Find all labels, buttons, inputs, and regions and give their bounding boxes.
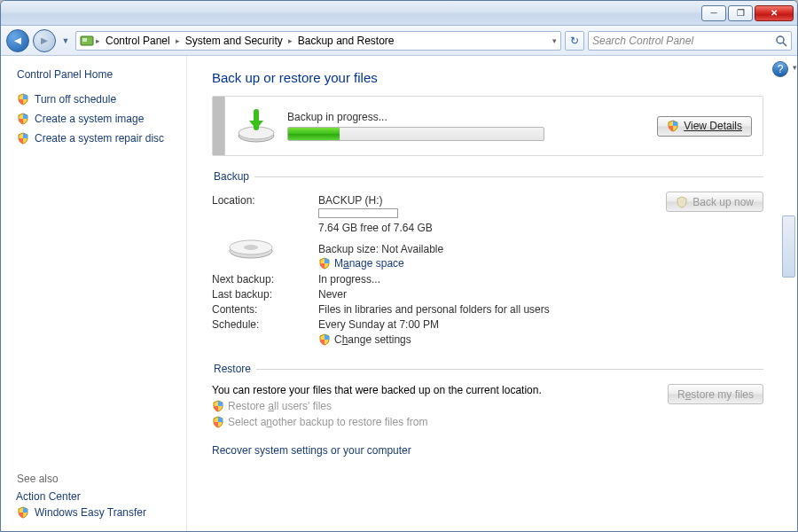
restore-my-files-button: Restore my files	[668, 384, 763, 404]
minimize-button[interactable]: ─	[701, 5, 726, 21]
recover-system-settings-link[interactable]: Recover system settings or your computer	[212, 444, 763, 457]
chevron-right-icon: ▸	[96, 36, 100, 45]
restore-section: Restore You can restore your files that …	[212, 363, 763, 457]
shield-icon	[17, 506, 29, 519]
svg-point-2	[777, 36, 784, 43]
back-up-now-button: Back up now	[666, 192, 763, 212]
refresh-button[interactable]: ↻	[565, 31, 584, 51]
maximize-button[interactable]: ❐	[728, 5, 753, 21]
select-another-text: Select another backup to restore files f…	[228, 416, 427, 428]
link-label: Action Center	[16, 490, 81, 503]
button-label: Back up now	[692, 196, 754, 208]
shield-icon	[17, 93, 29, 106]
chevron-right-icon: ▸	[288, 36, 293, 45]
restore-all-users-files-link[interactable]: Restore all users' files	[212, 400, 650, 412]
contents-value: Files in libraries and personal folders …	[318, 303, 550, 316]
progress-label: Backup in progress...	[287, 111, 544, 123]
shield-icon	[318, 333, 331, 346]
back-button[interactable]: ◄	[6, 29, 29, 52]
chevron-right-icon: ▸	[176, 36, 180, 45]
location-icon	[80, 34, 94, 48]
search-input[interactable]: Search Control Panel	[588, 31, 792, 51]
card-grip	[213, 97, 225, 155]
search-placeholder: Search Control Panel	[592, 35, 693, 47]
schedule-value: Every Sunday at 7:00 PM	[318, 318, 439, 331]
sidebar-link-windows-easy-transfer[interactable]: Windows Easy Transfer	[17, 506, 174, 519]
backup-drive-icon	[234, 105, 278, 147]
shield-icon	[212, 400, 224, 412]
progress-fill	[288, 128, 340, 140]
help-dropdown[interactable]: ▾	[793, 63, 797, 72]
shield-icon	[212, 416, 224, 428]
manage-space-link[interactable]: Manage space	[318, 257, 443, 270]
help-button[interactable]: ?	[772, 61, 788, 77]
titlebar: ─ ❐ ✕	[1, 1, 797, 26]
change-settings-link[interactable]: Change settings	[318, 333, 411, 346]
button-label: View Details	[684, 120, 742, 132]
sidebar-link-create-repair-disc[interactable]: Create a system repair disc	[17, 132, 174, 145]
shield-icon	[17, 113, 29, 125]
restore-legend: Restore	[212, 363, 256, 375]
link-label: Windows Easy Transfer	[35, 506, 146, 519]
sidebar-link-action-center[interactable]: Action Center	[16, 490, 174, 503]
next-backup-value: In progress...	[318, 273, 380, 286]
svg-line-3	[783, 43, 786, 46]
shield-icon	[17, 132, 29, 145]
link-label: Create a system image	[35, 113, 144, 125]
shield-icon	[318, 257, 331, 270]
sidebar-link-turn-off-schedule[interactable]: Turn off schedule	[17, 93, 174, 106]
restore-intro-text: You can restore your files that were bac…	[212, 384, 650, 396]
nav-history-dropdown[interactable]: ▼	[59, 29, 72, 52]
restore-all-text: Restore all users' files	[228, 400, 332, 412]
schedule-label: Schedule:	[212, 318, 318, 331]
backup-progress-card: Backup in progress... View Details	[212, 96, 763, 156]
close-button[interactable]: ✕	[755, 5, 794, 21]
select-another-backup-link[interactable]: Select another backup to restore files f…	[212, 416, 650, 428]
view-details-text: View Details	[684, 120, 742, 132]
change-settings-text: Change settings	[334, 333, 411, 346]
view-details-button[interactable]: View Details	[657, 116, 752, 137]
breadcrumb-control-panel[interactable]: Control Panel	[102, 34, 174, 48]
window-frame: ─ ❐ ✕ ◄ ► ▼ ▸ Control Panel ▸ System and…	[0, 0, 798, 532]
backup-size-text: Backup size: Not Available	[318, 243, 443, 255]
sidebar-link-create-system-image[interactable]: Create a system image	[17, 113, 174, 125]
free-space-text: 7.64 GB free of 7.64 GB	[318, 222, 443, 234]
manage-space-text: Manage space	[334, 257, 404, 270]
contents-label: Contents:	[212, 303, 318, 316]
search-icon	[775, 35, 787, 47]
page-title: Back up or restore your files	[212, 70, 763, 85]
location-label: Location:	[212, 194, 318, 270]
last-backup-value: Never	[318, 288, 347, 301]
last-backup-label: Last backup:	[212, 288, 318, 301]
shield-icon	[667, 120, 679, 132]
forward-button[interactable]: ►	[33, 29, 56, 52]
scrollbar-thumb[interactable]	[782, 215, 795, 278]
link-label: Turn off schedule	[35, 93, 116, 106]
content-area: Control Panel Home Turn off schedule Cre…	[1, 56, 797, 531]
location-value: BACKUP (H:)	[318, 194, 443, 207]
next-backup-label: Next backup:	[212, 273, 318, 286]
sidebar: Control Panel Home Turn off schedule Cre…	[1, 56, 187, 531]
backup-legend: Backup	[212, 170, 254, 183]
see-also-heading: See also	[17, 473, 174, 485]
progress-bar	[287, 127, 544, 141]
shield-icon	[676, 196, 688, 208]
svg-rect-1	[82, 38, 87, 42]
button-label: Restore my files	[677, 388, 754, 401]
breadcrumb-backup-and-restore[interactable]: Backup and Restore	[294, 34, 398, 48]
disk-usage-bar	[318, 208, 398, 218]
address-bar[interactable]: ▸ Control Panel ▸ System and Security ▸ …	[75, 31, 561, 51]
chevron-down-icon[interactable]: ▾	[552, 36, 557, 45]
main-panel: ? ▾ Back up or restore your files Backup…	[187, 56, 797, 531]
backup-section: Backup Location: BACKUP (H:) 7.64 GB fre…	[212, 170, 763, 348]
control-panel-home-link[interactable]: Control Panel Home	[17, 68, 174, 81]
nav-toolbar: ◄ ► ▼ ▸ Control Panel ▸ System and Secur…	[1, 26, 797, 56]
link-label: Create a system repair disc	[35, 132, 164, 145]
breadcrumb-system-and-security[interactable]: System and Security	[182, 34, 286, 48]
